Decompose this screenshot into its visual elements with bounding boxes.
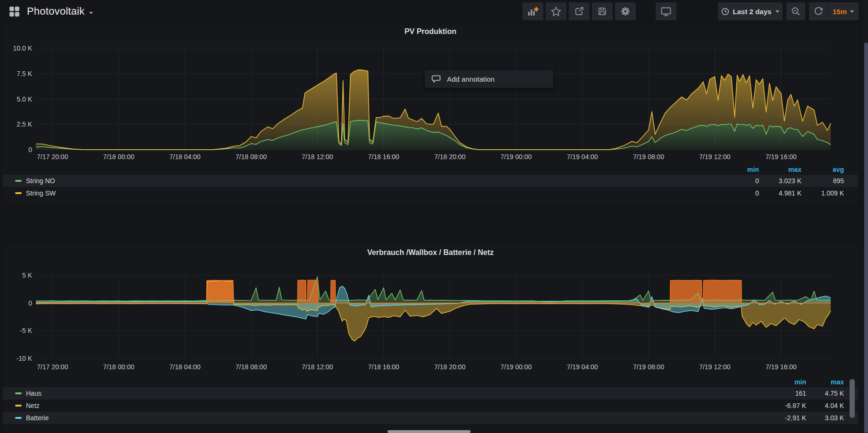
x-tick-label: 7/18 16:00 bbox=[368, 153, 399, 161]
chevron-down-icon bbox=[775, 10, 779, 13]
x-tick-label: 7/17 20:00 bbox=[37, 153, 68, 161]
x-tick-label: 7/19 08:00 bbox=[633, 153, 664, 161]
refresh-interval-dropdown[interactable]: 15m bbox=[828, 8, 859, 16]
x-tick-label: 7/18 12:00 bbox=[302, 153, 333, 161]
legend-value: 3.023 K bbox=[759, 177, 801, 185]
clock-icon bbox=[721, 8, 729, 16]
legend-sort-avg[interactable]: avg bbox=[801, 166, 844, 173]
legend-header: minmaxavg bbox=[3, 164, 858, 175]
time-range-picker[interactable]: Last 2 days bbox=[718, 2, 783, 20]
legend-row: Netz-6.87 K4.04 K bbox=[3, 399, 858, 412]
x-tick-label: 7/19 04:00 bbox=[567, 153, 598, 161]
series-name[interactable]: Batterie bbox=[26, 414, 49, 422]
add-panel-button[interactable] bbox=[522, 2, 543, 20]
zoom-out-button[interactable] bbox=[786, 2, 805, 20]
legend-row: Batterie-2.91 K3.03 K bbox=[3, 412, 858, 424]
series-name[interactable]: Netz bbox=[26, 402, 40, 409]
legend-value: -6.87 K bbox=[768, 402, 806, 409]
legend-header: minmax bbox=[3, 377, 858, 387]
x-tick-label: 7/19 12:00 bbox=[699, 363, 730, 371]
series-swatch-icon[interactable] bbox=[15, 192, 22, 194]
series-name[interactable]: String SW bbox=[26, 189, 56, 197]
save-button[interactable] bbox=[592, 2, 613, 20]
x-tick-label: 7/19 16:00 bbox=[766, 363, 797, 371]
legend-value: 895 bbox=[801, 177, 844, 185]
legend-value: 3.03 K bbox=[806, 414, 844, 422]
panel-verbrauch: Verbrauch /Wallbox / Batterie / Netz -10… bbox=[3, 246, 858, 433]
panel-title[interactable]: Verbrauch /Wallbox / Batterie / Netz bbox=[3, 248, 858, 257]
series-swatch-icon[interactable] bbox=[15, 405, 22, 407]
settings-button[interactable] bbox=[615, 2, 636, 20]
x-tick-label: 7/19 12:00 bbox=[699, 153, 730, 161]
series-swatch-icon[interactable] bbox=[15, 392, 22, 394]
y-tick-label: 5 K bbox=[22, 272, 33, 279]
x-tick-label: 7/18 08:00 bbox=[236, 153, 267, 161]
dashboard-title[interactable]: Photovoltaik bbox=[27, 5, 84, 17]
grafana-dashboard: Photovoltaik bbox=[0, 0, 868, 433]
legend-value: 4.75 K bbox=[806, 390, 844, 397]
legend-value: 4.981 K bbox=[759, 189, 801, 197]
x-tick-label: 7/18 20:00 bbox=[434, 363, 465, 371]
star-icon bbox=[551, 6, 561, 17]
x-tick-label: 7/18 20:00 bbox=[434, 153, 465, 161]
chevron-down-icon[interactable] bbox=[89, 12, 93, 14]
share-button[interactable] bbox=[569, 2, 590, 20]
refresh-interval-label: 15m bbox=[833, 8, 847, 16]
panel-pv-produktion: PV Produktion 02.5 K5.0 K7.5 K10.0 K7/17… bbox=[3, 25, 858, 204]
y-tick-label: 0 bbox=[28, 299, 32, 307]
star-button[interactable] bbox=[546, 2, 566, 20]
time-range-label: Last 2 days bbox=[733, 8, 772, 16]
chevron-down-icon bbox=[850, 10, 854, 13]
series-name[interactable]: String NO bbox=[26, 177, 55, 185]
page-scrollbar[interactable] bbox=[864, 0, 868, 433]
y-tick-label: 5.0 K bbox=[17, 95, 32, 103]
legend-value: 0 bbox=[716, 189, 759, 197]
tv-mode-button[interactable] bbox=[656, 2, 676, 20]
pv-produktion-chart[interactable]: 02.5 K5.0 K7.5 K10.0 K7/17 20:007/18 00:… bbox=[3, 45, 858, 163]
series-swatch-icon[interactable] bbox=[15, 180, 22, 182]
legend-value: -2.91 K bbox=[768, 414, 806, 422]
x-tick-label: 7/19 08:00 bbox=[633, 363, 664, 371]
legend-sort-max[interactable]: max bbox=[806, 378, 844, 386]
series-swatch-icon[interactable] bbox=[15, 417, 22, 419]
legend-row: String NO03.023 K895 bbox=[3, 175, 858, 187]
page-scrollbar-thumb[interactable] bbox=[864, 42, 868, 433]
refresh-icon bbox=[814, 7, 823, 16]
share-icon bbox=[574, 6, 584, 17]
legend-value: 161 bbox=[768, 390, 806, 397]
refresh-group: 15m bbox=[809, 2, 859, 20]
legend-value: 4.04 K bbox=[806, 402, 844, 409]
horizontal-scrollbar[interactable] bbox=[388, 430, 471, 433]
legend-row: Haus1614.75 K bbox=[3, 387, 858, 399]
legend-sort-min[interactable]: min bbox=[716, 166, 759, 173]
legend-sort-max[interactable]: max bbox=[759, 166, 801, 173]
series-name[interactable]: Haus bbox=[26, 390, 42, 397]
x-tick-label: 7/18 04:00 bbox=[169, 153, 201, 161]
y-tick-label: -5 K bbox=[20, 327, 32, 334]
toolbar: Last 2 days 15m bbox=[522, 2, 859, 20]
y-tick-label: 0 bbox=[28, 146, 32, 153]
legend-value: 1.009 K bbox=[801, 189, 844, 197]
verbrauch-chart[interactable]: -10 K-5 K05 K7/17 20:007/18 00:007/18 04… bbox=[3, 272, 858, 373]
refresh-button[interactable] bbox=[809, 2, 828, 20]
x-tick-label: 7/19 04:00 bbox=[567, 363, 598, 371]
x-tick-label: 7/18 16:00 bbox=[368, 363, 399, 371]
save-icon bbox=[597, 6, 607, 17]
y-tick-label: 2.5 K bbox=[17, 120, 32, 128]
x-tick-label: 7/18 04:00 bbox=[169, 363, 201, 371]
tv-mode-icon bbox=[660, 6, 672, 17]
add-annotation-menu[interactable]: Add annotation bbox=[425, 70, 553, 88]
comment-bubble-icon bbox=[431, 75, 441, 83]
grid-icon[interactable] bbox=[8, 6, 20, 17]
panel-title[interactable]: PV Produktion bbox=[3, 27, 858, 36]
pv-produktion-legend: minmaxavgString NO03.023 K895String SW04… bbox=[3, 164, 858, 199]
zoom-out-icon bbox=[791, 6, 801, 17]
legend-scrollbar[interactable] bbox=[850, 379, 855, 418]
y-tick-label: 10.0 K bbox=[13, 45, 33, 52]
y-tick-label: -10 K bbox=[17, 355, 33, 362]
x-tick-label: 7/19 00:00 bbox=[500, 153, 531, 161]
y-tick-label: 7.5 K bbox=[17, 70, 32, 77]
add-annotation-label: Add annotation bbox=[447, 75, 495, 83]
legend-sort-min[interactable]: min bbox=[768, 378, 806, 386]
verbrauch-legend: minmaxHaus1614.75 KNetz-6.87 K4.04 KBatt… bbox=[3, 377, 858, 424]
